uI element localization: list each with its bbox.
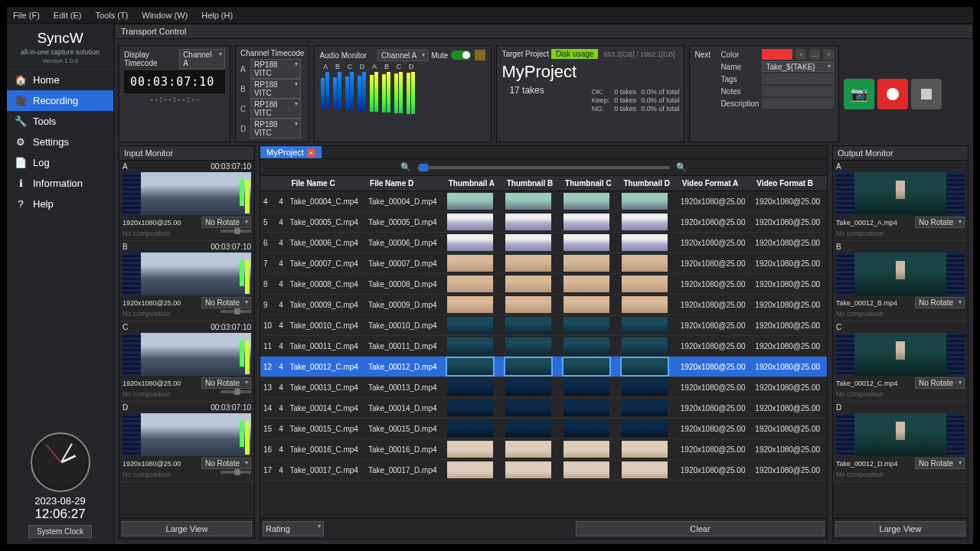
mon-rotate-select[interactable]: No Rotate [915,297,965,308]
input-monitor-B[interactable]: B00:03:07:101920x1080@25.00No RotateNo c… [119,241,254,321]
system-clock-button[interactable]: System Clock [28,525,92,538]
mon-channel: B [122,243,128,251]
audio-config-button[interactable] [474,49,486,61]
table-row[interactable]: 124Take_00012_C.mp4Take_00012_D.mp41920x… [260,357,827,377]
table-header[interactable] [260,176,276,191]
nav-tools[interactable]: 🔧Tools [7,111,113,132]
table-header[interactable]: Thumbnail D [619,176,677,191]
nav-home[interactable]: 🏠Home [7,70,113,90]
mon-rotate-select[interactable]: No Rotate [201,217,251,228]
next-button[interactable]: › [823,49,834,60]
mon-rotate-select[interactable]: No Rotate [915,458,965,469]
table-header[interactable]: Thumbnail B [502,176,560,191]
mon-rotate-select[interactable]: No Rotate [915,217,965,228]
table-header[interactable]: Video Format A [678,176,753,191]
table-header[interactable]: File Name C [286,176,365,191]
tags-field[interactable] [762,73,834,84]
zoom-slider[interactable] [417,166,670,169]
desc-field[interactable] [762,98,834,109]
chan-C-tc-select[interactable]: RP188 VITC [250,99,301,119]
table-row[interactable]: 104Take_00010_C.mp4Take_00010_D.mp41920x… [260,315,827,336]
table-row[interactable]: 134Take_00013_C.mp4Take_00013_D.mp41920x… [260,377,827,398]
table-row[interactable]: 64Take_00006_C.mp4Take_00006_D.mp41920x1… [260,233,827,253]
mon-slider[interactable] [220,390,251,393]
nav-recording[interactable]: 🎥Recording [7,90,113,111]
mon-rotate-select[interactable]: No Rotate [201,377,251,389]
chan-D-tc-select[interactable]: RP188 VITC [250,119,301,139]
menu-item[interactable]: Tools (T) [94,11,130,20]
table-row[interactable]: 94Take_00009_C.mp4Take_00009_D.mp41920x1… [260,295,827,315]
zoom-in-icon[interactable]: 🔍 [676,162,687,172]
input-monitor-D[interactable]: D00:03:07:101920x1080@25.00No RotateNo c… [119,402,254,482]
nav-settings[interactable]: ⚙Settings [7,132,113,152]
mute-toggle[interactable] [451,51,471,60]
menu-item[interactable]: Edit (E) [52,11,83,20]
recording-icon: 🎥 [15,95,27,106]
menu-item[interactable]: File (F) [11,11,41,20]
table-header[interactable]: Video Format B [752,176,827,191]
input-monitor-A[interactable]: A00:03:07:101920x1080@25.00No RotateNo c… [119,161,254,241]
mon-slider[interactable] [220,230,251,233]
mon-slider[interactable] [220,310,251,313]
thumbnail [447,379,493,396]
table-row[interactable]: 74Take_00007_C.mp4Take_00007_D.mp41920x1… [260,253,827,274]
rating-select[interactable]: Rating [263,521,324,536]
table-row[interactable]: 114Take_00011_C.mp4Take_00011_D.mp41920x… [260,336,827,357]
close-tab-icon[interactable]: × [307,148,315,157]
nav-log[interactable]: 📄Log [7,152,113,173]
takes-table[interactable]: File Name CFile Name DThumbnail AThumbna… [260,176,827,481]
table-row[interactable]: 84Take_00008_C.mp4Take_00008_D.mp41920x1… [260,274,827,295]
table-header[interactable] [276,176,286,191]
table-header[interactable]: Thumbnail C [560,176,619,191]
table-row[interactable]: 144Take_00014_C.mp4Take_00014_D.mp41920x… [260,398,827,419]
thumbnail [447,255,493,272]
chan-B-tc-select[interactable]: RP188 VITC [250,79,301,99]
output-monitor-B[interactable]: BTake_00012_B.mp4No RotateNo composition [833,241,968,321]
table-row[interactable]: 174Take_00017_C.mp4Take_00017_D.mp41920x… [260,460,827,481]
output-large-view-button[interactable]: Large View [835,521,965,536]
thumbnail [447,296,493,313]
mon-slider[interactable] [220,471,251,474]
audio-group-label: A [319,63,331,70]
thumbnail [447,317,493,334]
output-monitor-A[interactable]: ATake_00012_A.mp4No RotateNo composition [833,161,968,241]
mon-preview [836,413,965,456]
table-header[interactable]: File Name D [365,176,444,191]
mon-rotate-select[interactable]: No Rotate [201,458,251,469]
prev-button[interactable]: ‹ [795,49,806,60]
zoom-out-icon[interactable]: 🔍 [400,162,411,172]
table-header[interactable]: Thumbnail A [444,176,502,191]
clear-button[interactable]: Clear [576,521,825,536]
nav-information[interactable]: ℹInformation [7,173,113,194]
notes-field[interactable] [762,86,834,96]
mon-rotate-select[interactable]: No Rotate [915,377,965,389]
stat-pct: 0.0% of total [641,88,679,96]
menu-item[interactable]: Help (H) [200,11,234,20]
project-tab[interactable]: MyProject× [260,146,322,158]
mon-rotate-select[interactable]: No Rotate [201,297,251,308]
table-row[interactable]: 154Take_00015_C.mp4Take_00015_D.mp41920x… [260,419,827,439]
stop-button[interactable] [911,79,942,109]
more-button[interactable]: … [809,49,820,60]
nav-help[interactable]: ?Help [7,194,113,214]
output-monitor-D[interactable]: DTake_00012_D.mp4No RotateNo composition [833,402,968,482]
audio-channel-select[interactable]: Channel A [377,50,428,61]
record-button[interactable] [877,79,908,109]
name-field[interactable]: Take_${TAKE} [762,61,834,72]
chan-label: D [240,125,248,133]
table-row[interactable]: 54Take_00005_C.mp4Take_00005_D.mp41920x1… [260,212,827,233]
thumbnail [564,255,609,272]
thumbnail [622,214,668,230]
display-tc-channel-select[interactable]: Channel A [179,49,225,69]
table-row[interactable]: 164Take_00016_C.mp4Take_00016_D.mp41920x… [260,439,827,460]
input-large-view-button[interactable]: Large View [122,521,252,536]
snapshot-button[interactable]: 📷 [844,79,874,109]
output-monitor-C[interactable]: CTake_00012_C.mp4No RotateNo composition [833,321,968,402]
table-row[interactable]: 44Take_00004_C.mp4Take_00004_D.mp41920x1… [260,191,827,212]
audio-meter [332,72,343,109]
thumbnail [564,234,609,251]
menu-item[interactable]: Window (W) [140,11,189,20]
chan-A-tc-select[interactable]: RP188 VITC [250,59,301,79]
color-swatch[interactable] [762,49,792,60]
input-monitor-C[interactable]: C00:03:07:101920x1080@25.00No RotateNo c… [119,321,254,402]
